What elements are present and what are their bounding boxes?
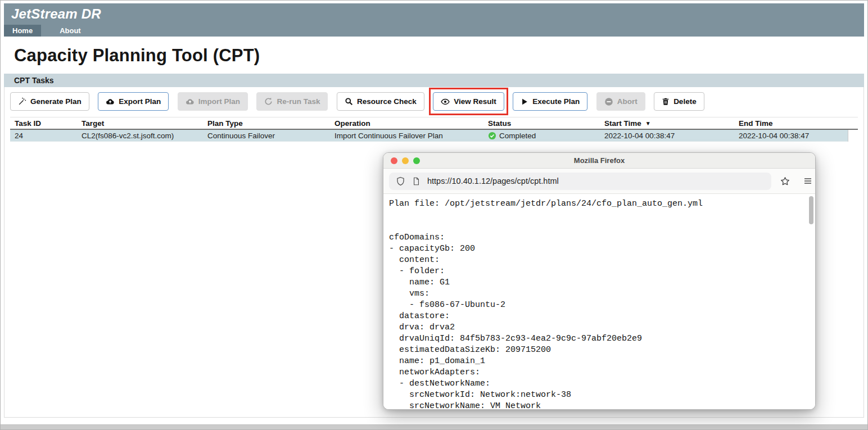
cell-start-time: 2022-10-04 00:38:47	[600, 132, 734, 140]
firefox-content-area: Plan file: /opt/jetstream/jetdr/plans/24…	[383, 194, 815, 409]
table-row[interactable]: 24 CL2(fs086-vc2.st.jsoft.com) Continuou…	[10, 130, 848, 142]
column-header-start-time[interactable]: Start Time▼	[600, 119, 734, 128]
bookmark-star-icon[interactable]	[780, 176, 790, 186]
import-plan-button: Import Plan	[178, 92, 248, 111]
shield-icon[interactable]	[396, 176, 405, 186]
cell-status: Completed	[483, 132, 600, 140]
panel-title: CPT Tasks	[14, 76, 54, 85]
button-label: Resource Check	[357, 97, 417, 106]
resource-check-button[interactable]: Resource Check	[337, 92, 424, 111]
button-label: Export Plan	[119, 97, 161, 106]
nav-tab-home[interactable]: Home	[4, 25, 41, 37]
firefox-titlebar[interactable]: Mozilla Firefox	[383, 153, 815, 169]
page-info-icon[interactable]	[412, 177, 421, 185]
generate-plan-button[interactable]: Generate Plan	[10, 92, 89, 111]
column-header-target[interactable]: Target	[77, 119, 203, 128]
export-plan-button[interactable]: Export Plan	[98, 92, 169, 111]
button-label: Import Plan	[198, 97, 240, 106]
cpt-toolbar: Generate Plan Export Plan Import Plan Re…	[4, 87, 864, 111]
nav-tab-about[interactable]: About	[51, 25, 89, 37]
refresh-icon	[264, 97, 273, 106]
button-label: Generate Plan	[30, 97, 82, 106]
zoom-window-button[interactable]	[413, 157, 420, 164]
rerun-task-button: Re-run Task	[256, 92, 328, 111]
table-header-row: Task ID Target Plan Type Operation Statu…	[10, 117, 858, 130]
close-window-button[interactable]	[391, 157, 397, 164]
nav-bar: Home About	[4, 25, 864, 37]
search-icon	[345, 97, 353, 106]
cloud-upload-icon	[186, 97, 195, 106]
app-logo: JetStream DR	[11, 6, 101, 22]
trash-icon	[662, 97, 670, 106]
button-label: Delete	[673, 97, 697, 106]
page-title: Capacity Planning Tool (CPT)	[14, 46, 864, 66]
minus-circle-icon	[604, 97, 613, 106]
wand-icon	[18, 97, 26, 106]
table-scroll-gutter	[848, 130, 848, 142]
button-label: Re-run Task	[277, 97, 320, 106]
scrollbar-thumb[interactable]	[809, 196, 813, 224]
column-header-task-id[interactable]: Task ID	[10, 119, 77, 128]
traffic-lights	[391, 157, 420, 164]
cell-end-time: 2022-10-04 00:38:47	[734, 132, 848, 140]
view-result-highlight-box: View Result	[433, 92, 504, 111]
view-result-button[interactable]: View Result	[433, 92, 504, 111]
url-text: https://10.40.1.12/pages/cpt/cpt.html	[427, 176, 559, 185]
window-title: Mozilla Firefox	[383, 156, 815, 165]
plan-file-text: Plan file: /opt/jetstream/jetdr/plans/24…	[383, 194, 815, 410]
cell-operation: Import Continuous Failover Plan	[330, 132, 483, 140]
cpt-tasks-panel-header: CPT Tasks	[4, 74, 864, 87]
button-label: Abort	[617, 97, 638, 106]
cell-target: CL2(fs086-vc2.st.jsoft.com)	[77, 132, 203, 140]
window-bottom-edge	[1, 424, 867, 429]
cell-plan-type: Continuous Failover	[203, 132, 330, 140]
column-header-operation[interactable]: Operation	[330, 119, 483, 128]
column-header-status[interactable]: Status	[483, 119, 600, 128]
sort-desc-icon: ▼	[645, 120, 651, 126]
column-header-plan-type[interactable]: Plan Type	[203, 119, 330, 128]
status-text: Completed	[499, 132, 536, 140]
execute-plan-button[interactable]: Execute Plan	[513, 92, 587, 111]
firefox-window: Mozilla Firefox https://10.40.1.12/pages…	[383, 152, 816, 410]
cell-task-id: 24	[10, 132, 77, 140]
firefox-url-toolbar: https://10.40.1.12/pages/cpt/cpt.html	[383, 169, 815, 194]
menu-hamburger-icon[interactable]	[803, 176, 812, 185]
button-label: View Result	[454, 97, 496, 106]
cpt-tasks-table: Task ID Target Plan Type Operation Statu…	[10, 117, 858, 142]
cloud-upload-icon	[106, 97, 115, 106]
delete-button[interactable]: Delete	[654, 92, 704, 111]
button-label: Execute Plan	[532, 97, 580, 106]
column-header-end-time[interactable]: End Time	[734, 119, 858, 128]
minimize-window-button[interactable]	[402, 157, 409, 164]
eye-icon	[441, 97, 450, 106]
app-header: JetStream DR	[4, 3, 864, 25]
play-icon	[521, 98, 528, 106]
url-actions	[780, 176, 812, 186]
abort-button: Abort	[596, 92, 645, 111]
status-completed-icon	[488, 132, 496, 140]
url-input[interactable]: https://10.40.1.12/pages/cpt/cpt.html	[389, 173, 771, 190]
